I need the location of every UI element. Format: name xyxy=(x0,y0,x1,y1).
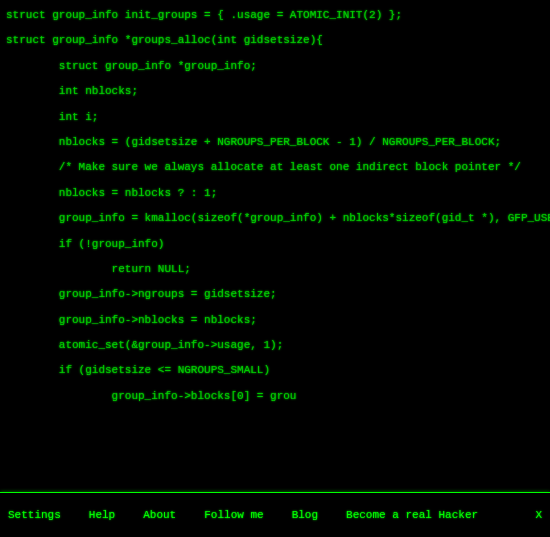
become-hacker-link[interactable]: Become a real Hacker xyxy=(346,509,478,521)
bottom-bar: Settings Help About Follow me Blog Becom… xyxy=(0,492,550,537)
follow-me-link[interactable]: Follow me xyxy=(204,509,263,521)
about-link[interactable]: About xyxy=(143,509,176,521)
code-line: struct group_info *group_info; xyxy=(6,59,544,74)
blog-link[interactable]: Blog xyxy=(292,509,318,521)
code-line: if (gidsetsize <= NGROUPS_SMALL) xyxy=(6,363,544,378)
code-line: group_info = kmalloc(sizeof(*group_info)… xyxy=(6,211,544,226)
bottom-bar-left: Settings Help About Follow me Blog Becom… xyxy=(8,509,535,521)
code-line: group_info->nblocks = nblocks; xyxy=(6,313,544,328)
code-area[interactable]: struct group_info init_groups = { .usage… xyxy=(0,0,550,492)
settings-link[interactable]: Settings xyxy=(8,509,61,521)
code-line: struct group_info *groups_alloc(int gids… xyxy=(6,33,544,48)
code-line: group_info->blocks[0] = grou xyxy=(6,389,544,404)
code-line: atomic_set(&group_info->usage, 1); xyxy=(6,338,544,353)
code-line: nblocks = nblocks ? : 1; xyxy=(6,186,544,201)
close-button[interactable]: X xyxy=(535,509,542,521)
code-line: group_info->ngroups = gidsetsize; xyxy=(6,287,544,302)
code-line: int i; xyxy=(6,110,544,125)
code-line: return NULL; xyxy=(6,262,544,277)
code-line: int nblocks; xyxy=(6,84,544,99)
help-link[interactable]: Help xyxy=(89,509,115,521)
code-line: struct group_info init_groups = { .usage… xyxy=(6,8,544,23)
code-line: /* Make sure we always allocate at least… xyxy=(6,160,544,175)
code-line: if (!group_info) xyxy=(6,237,544,252)
code-line: nblocks = (gidsetsize + NGROUPS_PER_BLOC… xyxy=(6,135,544,150)
